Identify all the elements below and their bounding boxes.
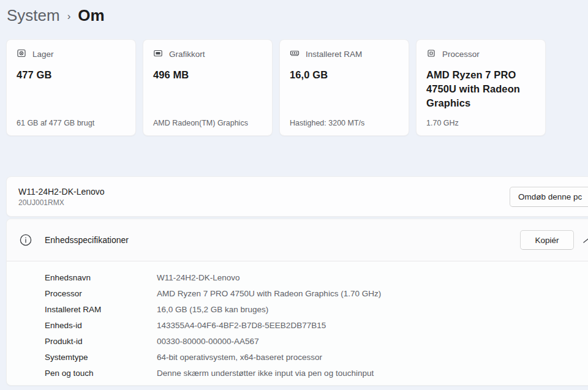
breadcrumb: System › Om	[7, 6, 105, 25]
spec-value: Denne skærm understøtter ikke input via …	[157, 369, 374, 378]
device-specs-header[interactable]: Enhedsspecifikationer Kopiér	[7, 219, 588, 261]
storage-icon	[17, 48, 26, 60]
spec-label: Enheds-id	[45, 321, 157, 330]
gpu-icon	[153, 48, 163, 60]
graphics-card-label: Grafikkort	[169, 50, 205, 59]
info-icon	[20, 234, 32, 249]
spec-label: Enhedsnavn	[45, 273, 157, 282]
storage-card[interactable]: Lager 477 GB 61 GB af 477 GB brugt	[6, 39, 136, 136]
specs-table: Enhedsnavn W11-24H2-DK-Lenovo Processor …	[7, 261, 588, 381]
spec-label: Processor	[45, 289, 157, 298]
copy-button[interactable]: Kopiér	[520, 230, 574, 250]
spec-value: 16,0 GB (15,2 GB kan bruges)	[157, 305, 268, 314]
storage-card-value: 477 GB	[17, 68, 126, 82]
ram-card-value: 16,0 GB	[290, 68, 399, 82]
processor-card-label: Processor	[442, 50, 480, 59]
storage-card-label: Lager	[32, 50, 54, 59]
processor-card[interactable]: Processor AMD Ryzen 7 PRO 4750U with Rad…	[416, 39, 546, 136]
spec-row-system-type: Systemtype 64-bit operativsystem, x64-ba…	[45, 349, 588, 365]
spec-value: 64-bit operativsystem, x64-baseret proce…	[157, 353, 322, 362]
device-specs-expander: Enhedsspecifikationer Kopiér Enhedsnavn …	[6, 219, 588, 386]
spec-value: 00330-80000-00000-AA567	[157, 337, 259, 346]
spec-label: Systemtype	[45, 353, 157, 362]
ram-icon	[290, 48, 300, 60]
page-title: Om	[78, 6, 104, 25]
spec-value: 143355A4-04F6-4BF2-B7D8-5EEB2DB77B15	[157, 321, 326, 330]
graphics-card-detail: AMD Radeon(TM) Graphics	[153, 119, 248, 127]
spec-row-product-id: Produkt-id 00330-80000-00000-AA567	[45, 333, 588, 349]
ram-card-label: Installeret RAM	[306, 50, 362, 59]
ram-card[interactable]: Installeret RAM 16,0 GB Hastighed: 3200 …	[279, 39, 409, 136]
storage-card-detail: 61 GB af 477 GB brugt	[17, 119, 94, 127]
summary-cards: Lager 477 GB 61 GB af 477 GB brugt Grafi…	[6, 39, 546, 136]
spec-row-processor: Processor AMD Ryzen 7 PRO 4750U with Rad…	[45, 285, 588, 301]
spec-row-device-name: Enhedsnavn W11-24H2-DK-Lenovo	[45, 269, 588, 285]
spec-value: AMD Ryzen 7 PRO 4750U with Radeon Graphi…	[157, 289, 381, 298]
graphics-card[interactable]: Grafikkort 496 MB AMD Radeon(TM) Graphic…	[143, 39, 273, 136]
device-model: 20UJ001RMX	[18, 198, 588, 207]
ram-card-detail: Hastighed: 3200 MT/s	[290, 119, 364, 127]
spec-label: Pen og touch	[45, 369, 157, 378]
breadcrumb-system[interactable]: System	[7, 6, 60, 25]
breadcrumb-separator-icon: ›	[67, 9, 71, 23]
device-name-card: W11-24H2-DK-Lenovo 20UJ001RMX Omdøb denn…	[6, 176, 588, 217]
spec-value: W11-24H2-DK-Lenovo	[157, 273, 240, 282]
processor-card-value: AMD Ryzen 7 PRO 4750U with Radeon Graphi…	[426, 68, 535, 110]
spec-label: Produkt-id	[45, 337, 157, 346]
device-name: W11-24H2-DK-Lenovo	[18, 187, 588, 197]
specs-section-title: Enhedsspecifikationer	[45, 235, 129, 245]
spec-label: Installeret RAM	[45, 305, 157, 314]
graphics-card-value: 496 MB	[153, 68, 262, 82]
processor-card-detail: 1.70 GHz	[426, 119, 459, 127]
cpu-icon	[426, 48, 436, 60]
chevron-up-icon[interactable]	[582, 236, 588, 247]
spec-row-device-id: Enheds-id 143355A4-04F6-4BF2-B7D8-5EEB2D…	[45, 317, 588, 333]
rename-pc-button[interactable]: Omdøb denne pc	[510, 187, 588, 207]
spec-row-ram: Installeret RAM 16,0 GB (15,2 GB kan bru…	[45, 301, 588, 317]
spec-row-pen-touch: Pen og touch Denne skærm understøtter ik…	[45, 365, 588, 381]
